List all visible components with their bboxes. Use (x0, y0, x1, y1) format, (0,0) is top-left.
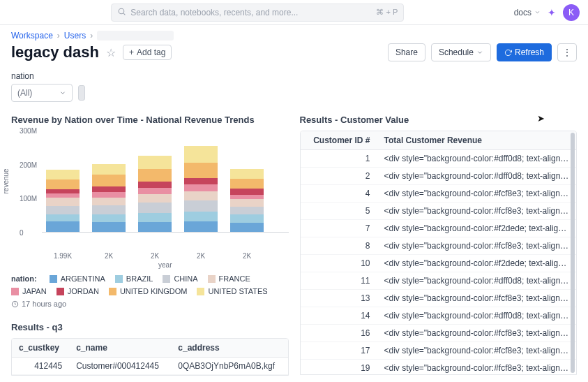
cell-customer-id: 19 (301, 360, 377, 376)
topbar: Search data, notebooks, recents, and mor… (0, 0, 588, 25)
bar-stack[interactable] (46, 131, 80, 232)
table-row[interactable]: 2<div style="background-color:#dff0d8; t… (301, 168, 577, 185)
chart-panel: Revenue by Nation over Time - National R… (11, 115, 289, 376)
table-row[interactable]: 19<div style="background-color:#fcf8e3; … (301, 360, 577, 376)
table-row[interactable]: 10<div style="background-color:#f2dede; … (301, 255, 577, 272)
legend-item[interactable]: JORDAN (56, 287, 99, 295)
table-row[interactable]: 16<div style="background-color:#fcf8e3; … (301, 325, 577, 342)
bar-segment (184, 221, 218, 232)
x-tick: 2K (138, 252, 172, 260)
bar-segment (138, 188, 172, 194)
legend-item[interactable]: UNITED KINGDOM (109, 287, 188, 295)
x-axis-label: year (11, 261, 289, 269)
schedule-button[interactable]: Schedule (431, 43, 491, 61)
refresh-icon (504, 49, 512, 57)
legend-label-text: UNITED STATES (208, 287, 267, 295)
bar-segment (138, 182, 172, 188)
legend-item[interactable]: UNITED STATES (197, 287, 267, 295)
table-row[interactable]: 13<div style="background-color:#fcf8e3; … (301, 290, 577, 307)
legend-swatch (115, 275, 123, 283)
bar-segment (46, 198, 80, 206)
cell-customer-id: 8 (301, 237, 377, 255)
bar-segment (230, 207, 264, 215)
bar-segment (46, 206, 80, 214)
q3-panel: Results - q3 c_custkeyc_namec_address412… (11, 322, 289, 376)
table-row[interactable]: 5<div style="background-color:#fcf8e3; t… (301, 203, 577, 220)
cell-revenue: <div style="background-color:#f2dede; te… (377, 220, 577, 237)
table-row[interactable]: 412445Customer#0004124450QAB3OjYnbP6mA0B… (12, 358, 288, 375)
breadcrumb-redacted (97, 31, 174, 41)
table-row[interactable]: 8<div style="background-color:#fcf8e3; t… (301, 237, 577, 255)
bar-segment (184, 200, 218, 212)
chart-title: Revenue by Nation over Time - National R… (11, 115, 289, 125)
bar-segment (230, 179, 264, 189)
bar-segment (230, 199, 264, 207)
bar-segment (184, 184, 218, 191)
plus-icon: + (129, 47, 134, 57)
cell-customer-id: 17 (301, 342, 377, 360)
search-input[interactable]: Search data, notebooks, recents, and mor… (111, 3, 404, 22)
bar-stack[interactable] (184, 131, 218, 232)
table-row[interactable]: 4<div style="background-color:#fcf8e3; t… (301, 185, 577, 203)
breadcrumb-users[interactable]: Users (64, 31, 86, 41)
chevron-right-icon: › (57, 31, 60, 41)
legend: nation: ARGENTINABRAZILCHINAFRANCEJAPANJ… (11, 274, 289, 295)
legend-label-text: CHINA (174, 274, 197, 283)
refresh-button[interactable]: Refresh (497, 43, 552, 61)
legend-label-text: FRANCE (219, 274, 250, 283)
cell-cname: Customer#000412445 (69, 358, 171, 375)
table-header[interactable]: c_address (171, 339, 287, 358)
avatar[interactable]: K (563, 4, 580, 21)
svg-line-1 (123, 13, 125, 14)
legend-item[interactable]: BRAZIL (115, 274, 153, 283)
legend-item[interactable]: ARGENTINA (50, 274, 105, 283)
table-row[interactable]: 11<div style="background-color:#dff0d8; … (301, 272, 577, 290)
bar-segment (138, 169, 172, 182)
cell-revenue: <div style="background-color:#fcf8e3; te… (377, 185, 577, 203)
share-button[interactable]: Share (388, 43, 425, 61)
bar-segment (184, 163, 218, 178)
search-placeholder: Search data, notebooks, recents, and mor… (130, 8, 298, 17)
nation-select[interactable]: (All) (11, 84, 73, 102)
filter-label: nation (11, 71, 577, 81)
add-tag-button[interactable]: + Add tag (123, 45, 172, 60)
docs-menu[interactable]: docs (514, 8, 541, 17)
bar-stack[interactable] (92, 131, 126, 232)
cell-customer-id: 14 (301, 307, 377, 325)
bar-segment (230, 214, 264, 223)
breadcrumb-workspace[interactable]: Workspace (11, 31, 53, 41)
filter-chip[interactable] (78, 85, 85, 101)
cell-custkey: 412445 (12, 358, 69, 375)
table-header[interactable]: c_name (69, 339, 171, 358)
bar-segment (92, 222, 126, 232)
table-row[interactable]: 7<div style="background-color:#f2dede; t… (301, 220, 577, 237)
star-icon[interactable]: ☆ (106, 46, 116, 59)
legend-item[interactable]: CHINA (163, 274, 197, 283)
bar-stack[interactable] (138, 131, 172, 232)
x-tick: 1.99K (46, 252, 80, 260)
cell-customer-id: 11 (301, 272, 377, 290)
svg-point-0 (119, 8, 124, 14)
table-row[interactable]: 14<div style="background-color:#dff0d8; … (301, 307, 577, 325)
y-tick: 300M (20, 127, 37, 135)
legend-swatch (208, 275, 216, 283)
sparkle-icon[interactable]: ✦ (548, 7, 556, 18)
legend-item[interactable]: FRANCE (208, 274, 250, 283)
bar-stack[interactable] (230, 131, 264, 232)
kebab-menu[interactable]: ⋮ (557, 43, 577, 61)
table-header[interactable]: Total Customer Revenue (377, 131, 577, 150)
x-tick: 2K (230, 252, 264, 260)
table-header[interactable]: c_custkey (12, 339, 69, 358)
y-tick: 0 (20, 229, 24, 237)
bar-segment (46, 221, 80, 232)
cell-customer-id: 16 (301, 325, 377, 342)
search-icon (117, 7, 126, 18)
cell-customer-id: 10 (301, 255, 377, 272)
table-header[interactable]: Customer ID # (301, 131, 377, 150)
legend-label-text: JAPAN (22, 287, 47, 295)
chevron-down-icon (476, 49, 483, 56)
table-row[interactable]: 17<div style="background-color:#fcf8e3; … (301, 342, 577, 360)
table-row[interactable]: 1<div style="background-color:#dff0d8; t… (301, 150, 577, 168)
cell-customer-id: 5 (301, 203, 377, 220)
legend-item[interactable]: JAPAN (11, 287, 47, 295)
